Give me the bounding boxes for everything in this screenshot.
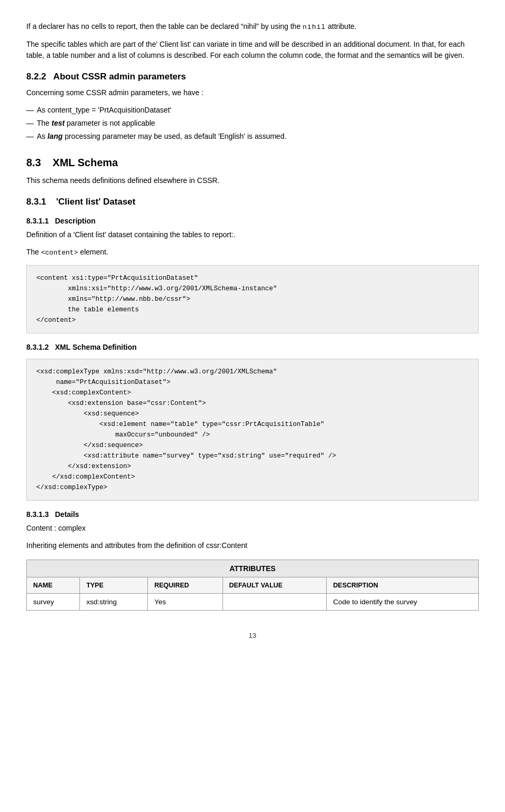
bullet-2: The test parameter is not applicable [26, 118, 479, 129]
section-8311: 8.3.1.1 Description Definition of a 'Cli… [26, 217, 479, 334]
section-83-number: 8.3 [26, 157, 41, 168]
section-8311-heading: 8.3.1.1 Description [26, 217, 479, 225]
table-cell-name: survey [27, 594, 80, 611]
lang-keyword: lang [47, 132, 63, 140]
section-822: 8.2.2 About CSSR admin parameters Concer… [26, 72, 479, 142]
section-8312-heading: 8.3.1.2 XML Schema Definition [26, 343, 479, 351]
section-8313-inheriting: Inheriting elements and attributes from … [26, 540, 479, 551]
table-cell-required: Yes [148, 594, 223, 611]
section-8312: 8.3.1.2 XML Schema Definition <xsd:compl… [26, 343, 479, 501]
section-8313: 8.3.1.3 Details Content : complex Inheri… [26, 510, 479, 611]
section-831-heading: 8.3.1 'Client list' Dataset [26, 197, 479, 207]
table-cell-default_value [223, 594, 327, 611]
attributes-table: ATTRIBUTES NAME TYPE REQUIRED DEFAULT VA… [26, 560, 479, 611]
nihil-inline-code: nihil [302, 23, 326, 31]
section-83: 8.3 XML Schema This schema needs definit… [26, 157, 479, 611]
section-83-heading: 8.3 XML Schema [26, 157, 479, 169]
section-83-intro: This schema needs definitions defined el… [26, 175, 479, 186]
table-row: surveyxsd:stringYesCode to identify the … [27, 594, 479, 611]
attributes-table-span-header: ATTRIBUTES [27, 560, 479, 577]
content-element-code: <content> [41, 249, 78, 257]
content-element-end: element. [80, 248, 108, 256]
content-element-intro: The <content> element. [26, 247, 479, 258]
bullet-1: As content_type = 'PrtAcquisitionDataset… [26, 105, 479, 116]
intro-text-before-nihil: If a declarer has no cells to report, th… [26, 22, 300, 31]
col-header-default: DEFAULT VALUE [223, 577, 327, 594]
section-8311-para: Definition of a 'Client list' dataset co… [26, 229, 479, 240]
section-83-title: XML Schema [53, 157, 118, 168]
section-8312-code-block: <xsd:complexType xmlns:xsd="http://www.w… [26, 359, 479, 501]
section-8313-heading: 8.3.1.3 Details [26, 510, 479, 519]
table-cell-type: xsd:string [80, 594, 148, 611]
section-8312-number: 8.3.1.2 [26, 343, 49, 351]
col-header-name: NAME [27, 577, 80, 594]
intro-para-1: If a declarer has no cells to report, th… [26, 21, 479, 33]
section-831: 8.3.1 'Client list' Dataset 8.3.1.1 Desc… [26, 197, 479, 611]
section-8311-title: Description [55, 217, 96, 225]
bullet-3: As lang processing parameter may be used… [26, 131, 479, 142]
section-822-number: 8.2.2 [26, 72, 46, 82]
section-822-bullets: As content_type = 'PrtAcquisitionDataset… [26, 105, 479, 142]
intro-text-after-nihil: attribute. [328, 22, 356, 31]
section-822-intro: Concerning some CSSR admin parameters, w… [26, 87, 479, 98]
page-number: 13 [26, 632, 479, 640]
section-8311-code-block: <content xsi:type="PrtAcquisitionDataset… [26, 265, 479, 333]
section-8313-content-type: Content : complex [26, 523, 479, 534]
section-8313-title: Details [55, 510, 79, 519]
intro-para-2: The specific tables which are part of th… [26, 39, 479, 61]
test-keyword: test [52, 119, 65, 127]
table-cell-description: Code to identify the survey [327, 594, 479, 611]
col-header-required: REQUIRED [148, 577, 223, 594]
section-822-title: About CSSR admin parameters [53, 72, 186, 82]
section-831-title: 'Client list' Dataset [56, 197, 136, 207]
content-element-text: The [26, 248, 39, 256]
section-822-heading: 8.2.2 About CSSR admin parameters [26, 72, 479, 82]
section-8311-number: 8.3.1.1 [26, 217, 49, 225]
col-header-description: DESCRIPTION [327, 577, 479, 594]
section-8313-number: 8.3.1.3 [26, 510, 49, 519]
section-831-number: 8.3.1 [26, 197, 46, 207]
col-header-type: TYPE [80, 577, 148, 594]
section-8312-title: XML Schema Definition [55, 343, 137, 351]
